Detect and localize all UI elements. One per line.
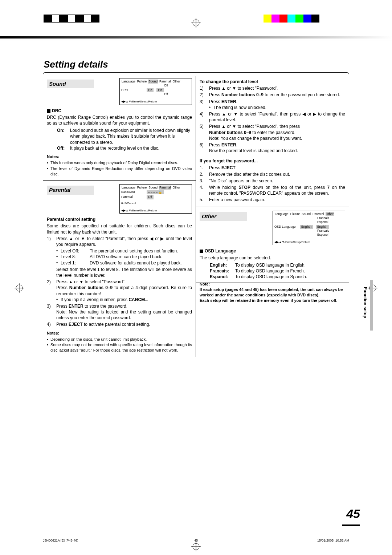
sound-heading: Sound bbox=[47, 80, 94, 88]
footer-mid: 45 bbox=[194, 538, 198, 543]
parental-steps: 1) Press ▲ or ▼ to select "Parental", th… bbox=[47, 236, 192, 328]
registration-color-bar bbox=[256, 15, 319, 23]
osd-language-desc: The setup language can be selected. bbox=[200, 255, 345, 261]
sound-osd-footer: ◀▶▲▼/Enter/Setup/Return bbox=[121, 100, 190, 104]
footer-right: 15/01/2005, 10:52 AM bbox=[317, 538, 349, 543]
parental-osd-rows: Password– – – – 🔒ParentalOff bbox=[121, 190, 190, 199]
other-osd-footer: ◀▶▲▼/Enter/Setup/Return bbox=[274, 240, 343, 244]
print-footer: J5N00621A [E] (P45-46) 45 15/01/2005, 10… bbox=[43, 538, 349, 543]
crosshair-bottom-icon bbox=[191, 542, 201, 551]
crosshair-left-icon bbox=[15, 283, 24, 293]
parental-osd-tabs: LanguagePictureSoundParentalOther bbox=[121, 186, 190, 190]
hairline-rule bbox=[0, 41, 392, 41]
sound-osd-tabs: LanguagePictureSoundParentalOther bbox=[121, 80, 190, 84]
change-level-steps: 1)Press ▲ or ▼ to select "Password". 2)P… bbox=[200, 85, 345, 154]
parental-notes-list: Depending on the discs, the unit cannot … bbox=[47, 337, 192, 353]
parental-intro: Some discs are specified not suitable fo… bbox=[47, 223, 192, 235]
osd-language-heading: OSD Language bbox=[200, 248, 345, 254]
change-level-heading: To change the parental level bbox=[200, 79, 345, 85]
section-divider bbox=[43, 180, 196, 181]
drc-description: DRC (Dynamic Range Control) enables you … bbox=[47, 114, 192, 126]
drc-subheading: DRC bbox=[47, 108, 192, 114]
parental-osd-preview: LanguagePictureSoundParentalOther Passwo… bbox=[119, 184, 192, 214]
page-number: 45 bbox=[346, 506, 360, 522]
sound-notes-heading: Notes: bbox=[47, 154, 192, 159]
page-number-rule bbox=[342, 524, 360, 526]
parental-notes-heading: Notes: bbox=[47, 331, 192, 336]
registration-bw-bar bbox=[44, 15, 99, 23]
other-osd-preview: LanguagePictureSoundParentalOther Franca… bbox=[273, 211, 345, 246]
section-side-label: Function setup bbox=[362, 287, 368, 318]
other-osd-rows: FrancaisEspanolOSD LanguageEnglishEnglis… bbox=[274, 216, 343, 237]
crosshair-top-icon bbox=[191, 18, 201, 28]
drc-options: On:Loud sound such as explosion or simil… bbox=[57, 127, 192, 151]
end-note: Note: If each setup (pages 44 and 45) ha… bbox=[200, 281, 345, 303]
gray-gradient-bar bbox=[0, 36, 392, 39]
square-bullet-icon bbox=[47, 109, 50, 113]
forget-password-steps: 1.Press EJECT. 2.Remove the disc after t… bbox=[200, 165, 345, 203]
title-frame-top bbox=[43, 72, 349, 76]
osd-language-options: English:To display OSD language in Engli… bbox=[210, 262, 345, 280]
side-tab-marker bbox=[370, 280, 373, 331]
forget-password-heading: If you forget the password... bbox=[200, 158, 345, 164]
page-title: Setting details bbox=[43, 58, 349, 71]
parental-heading: Parental bbox=[47, 186, 94, 194]
sound-osd-rows: OffDRCOnOnOff bbox=[121, 84, 190, 96]
square-bullet-icon bbox=[200, 250, 203, 253]
parental-osd-footer: ◀▶▲▼/Enter/Setup/Return bbox=[121, 209, 190, 212]
sound-osd-preview: LanguagePictureSoundParentalOther OffDRC… bbox=[119, 78, 192, 105]
parental-setting-heading: Parental control setting bbox=[47, 216, 192, 222]
sound-notes-list: This function works only during playback… bbox=[47, 160, 192, 177]
footer-left: J5N00621A [E] (P45-46) bbox=[43, 538, 78, 543]
section-divider bbox=[196, 207, 349, 207]
other-heading: Other bbox=[200, 212, 247, 221]
other-osd-tabs: LanguagePictureSoundParentalOther bbox=[274, 212, 343, 216]
